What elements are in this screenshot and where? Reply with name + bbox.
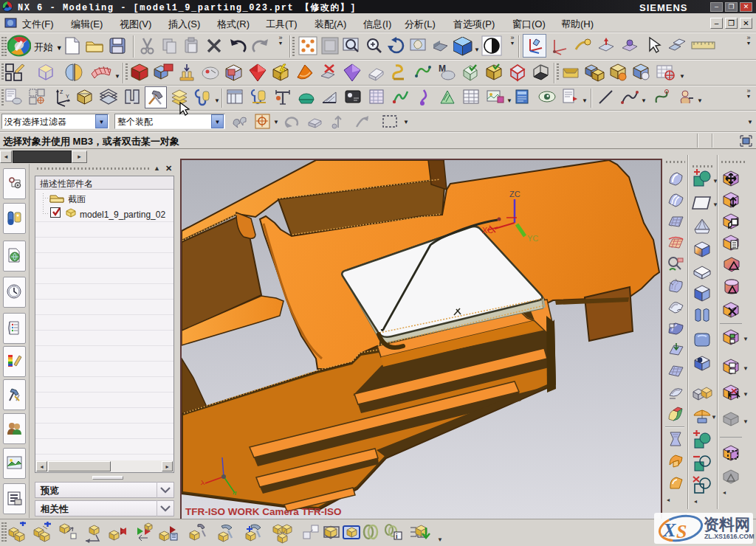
svg-text:X: X xyxy=(662,519,676,541)
svg-text:S: S xyxy=(676,521,687,542)
svg-text:Y: Y xyxy=(66,93,69,100)
svg-text:i: i xyxy=(396,533,398,540)
svg-text:Z: Z xyxy=(60,89,63,95)
